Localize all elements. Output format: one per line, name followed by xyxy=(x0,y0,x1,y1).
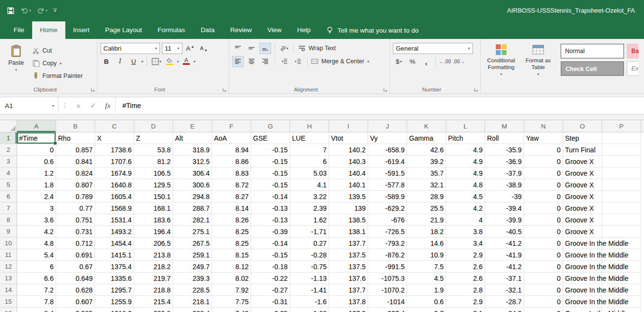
number-format-select[interactable]: General ▾ xyxy=(393,43,473,54)
cell-G4[interactable]: -0.15 xyxy=(251,167,290,179)
cell-I12[interactable]: 137.5 xyxy=(329,261,368,273)
cell-I7[interactable]: 139 xyxy=(329,202,368,214)
cell-B8[interactable]: 0.751 xyxy=(56,214,95,226)
cell-J7[interactable]: -629.2 xyxy=(368,202,407,214)
cell-K2[interactable]: 42.6 xyxy=(407,144,446,156)
cell-L2[interactable]: 4.9 xyxy=(446,144,485,156)
cell-H1[interactable]: LUE xyxy=(290,132,329,144)
cell-C10[interactable]: 1454.4 xyxy=(95,238,134,249)
cell-M6[interactable]: -39 xyxy=(485,191,524,202)
cell-N5[interactable]: 0 xyxy=(524,179,563,191)
comma-style-button[interactable]: , xyxy=(420,56,432,67)
cell-E7[interactable]: 288.7 xyxy=(173,202,212,214)
bold-button[interactable]: B xyxy=(100,56,112,67)
cell-L7[interactable]: 4.2 xyxy=(446,202,485,214)
cell-I1[interactable]: Vtot xyxy=(329,132,368,144)
cell-O1[interactable]: Step xyxy=(563,132,602,144)
merge-center-button[interactable]: Merge & Center ▾ xyxy=(311,56,369,66)
cell-B2[interactable]: 0.857 xyxy=(56,144,95,156)
accounting-format-button[interactable]: $▾ xyxy=(393,56,405,67)
cell-F14[interactable]: 7.92 xyxy=(212,284,251,296)
cell-C4[interactable]: 1674.9 xyxy=(95,167,134,179)
cell-O8[interactable]: Groove X xyxy=(563,214,602,226)
column-header-G[interactable]: G xyxy=(251,120,290,132)
cell-O16[interactable]: Groove In the Middle xyxy=(563,308,602,312)
save-button[interactable] xyxy=(7,7,15,15)
align-center-button[interactable] xyxy=(246,56,257,67)
column-header-I[interactable]: I xyxy=(329,120,368,132)
cell-E6[interactable]: 294.8 xyxy=(173,191,212,202)
cell-H8[interactable]: 1.62 xyxy=(290,214,329,226)
cell-P2[interactable] xyxy=(602,144,641,156)
row-header-15[interactable]: 15 xyxy=(0,296,17,308)
cell-I16[interactable]: 137.9 xyxy=(329,308,368,312)
cell-B11[interactable]: 0.691 xyxy=(56,249,95,261)
align-left-button[interactable] xyxy=(232,56,244,67)
cell-E9[interactable]: 275.1 xyxy=(173,226,212,238)
cell-H14[interactable]: -1.41 xyxy=(290,284,329,296)
cell-A5[interactable]: 1.8 xyxy=(17,179,56,191)
align-middle-button[interactable] xyxy=(246,43,257,54)
cell-F7[interactable]: 8.14 xyxy=(212,202,251,214)
cell-B1[interactable]: Rho xyxy=(56,132,95,144)
cell-H2[interactable]: 7 xyxy=(290,144,329,156)
namebox-resize-handle[interactable]: ⋮ xyxy=(59,97,71,114)
cell-A15[interactable]: 7.8 xyxy=(17,296,56,308)
cell-D14[interactable]: 218.8 xyxy=(134,284,173,296)
cell-M13[interactable]: -37.1 xyxy=(485,273,524,284)
cell-D6[interactable]: 150.1 xyxy=(134,191,173,202)
row-header-10[interactable]: 10 xyxy=(0,238,17,249)
cell-G10[interactable]: -0.14 xyxy=(251,238,290,249)
cell-C9[interactable]: 1493.2 xyxy=(95,226,134,238)
tab-view[interactable]: View xyxy=(259,21,289,39)
cell-D16[interactable]: 209.8 xyxy=(134,308,173,312)
cell-N11[interactable]: 0 xyxy=(524,249,563,261)
cell-H11[interactable]: -0.28 xyxy=(290,249,329,261)
cell-C7[interactable]: 1568.9 xyxy=(95,202,134,214)
column-header-K[interactable]: K xyxy=(407,120,446,132)
cell-B15[interactable]: 0.607 xyxy=(56,296,95,308)
cell-B6[interactable]: 0.789 xyxy=(56,191,95,202)
cell-H9[interactable]: -1.71 xyxy=(290,226,329,238)
tab-help[interactable]: Help xyxy=(289,21,318,39)
cell-J16[interactable]: -937.4 xyxy=(368,308,407,312)
cell-C5[interactable]: 1640.8 xyxy=(95,179,134,191)
cell-G8[interactable]: -0.13 xyxy=(251,214,290,226)
cell-M1[interactable]: Roll xyxy=(485,132,524,144)
cell-M15[interactable]: -28.7 xyxy=(485,296,524,308)
insert-function-button[interactable]: fx xyxy=(100,97,115,114)
cell-I13[interactable]: 137.6 xyxy=(329,273,368,284)
cell-O9[interactable]: Groove X xyxy=(563,226,602,238)
cell-J14[interactable]: -1070.2 xyxy=(368,284,407,296)
cell-P8[interactable] xyxy=(602,214,641,226)
wrap-text-button[interactable]: Wrap Text xyxy=(298,43,336,53)
row-header-9[interactable]: 9 xyxy=(0,226,17,238)
cell-H12[interactable]: -0.75 xyxy=(290,261,329,273)
cell-L1[interactable]: Pitch xyxy=(446,132,485,144)
cell-G2[interactable]: -0.15 xyxy=(251,144,290,156)
cell-A13[interactable]: 6.6 xyxy=(17,273,56,284)
cell-I11[interactable]: 137.5 xyxy=(329,249,368,261)
cell-F2[interactable]: 8.94 xyxy=(212,144,251,156)
cell-J9[interactable]: -726.5 xyxy=(368,226,407,238)
cell-D12[interactable]: 218.2 xyxy=(134,261,173,273)
cell-G6[interactable]: -0.14 xyxy=(251,191,290,202)
cell-F5[interactable]: 8.72 xyxy=(212,179,251,191)
cell-H16[interactable]: -1.68 xyxy=(290,308,329,312)
row-header-6[interactable]: 6 xyxy=(0,191,17,202)
cell-L10[interactable]: 3.4 xyxy=(446,238,485,249)
cell-M14[interactable]: -32.1 xyxy=(485,284,524,296)
cell-M5[interactable]: -38.9 xyxy=(485,179,524,191)
cell-N16[interactable]: 0 xyxy=(524,308,563,312)
cell-L12[interactable]: 2.6 xyxy=(446,261,485,273)
cell-E3[interactable]: 312.5 xyxy=(173,156,212,167)
cell-E13[interactable]: 239.3 xyxy=(173,273,212,284)
cell-P4[interactable] xyxy=(602,167,641,179)
row-header-11[interactable]: 11 xyxy=(0,249,17,261)
cell-J2[interactable]: -658.9 xyxy=(368,144,407,156)
cell-style-check[interactable]: Check Cell xyxy=(561,61,624,76)
cell-K11[interactable]: 10.9 xyxy=(407,249,446,261)
orientation-button[interactable]: ab▾ xyxy=(278,43,290,54)
font-color-dropdown-icon[interactable]: ▾ xyxy=(194,59,195,64)
cell-L8[interactable]: 4 xyxy=(446,214,485,226)
